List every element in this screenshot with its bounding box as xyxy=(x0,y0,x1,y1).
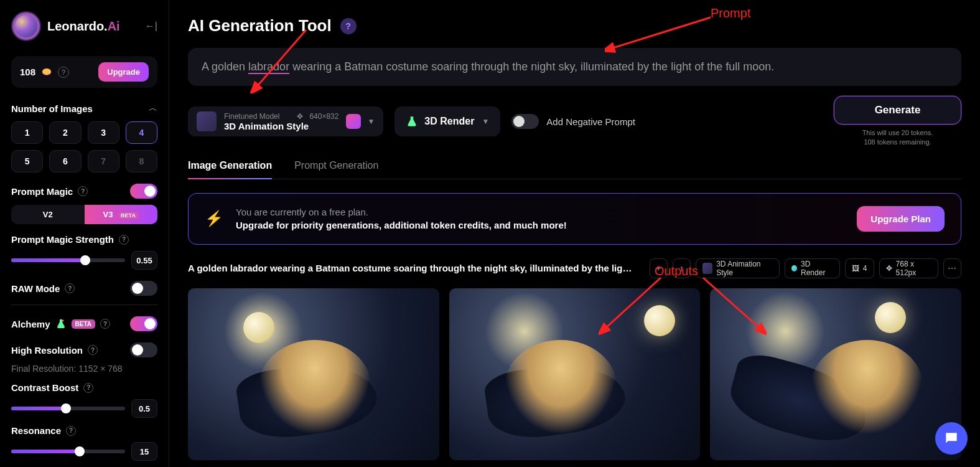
tab-image-generation[interactable]: Image Generation xyxy=(188,160,272,179)
contrast-boost-label: Contrast Boost? xyxy=(11,382,157,393)
prompt-magic-row: Prompt Magic? xyxy=(11,184,157,199)
model-select[interactable]: Finetuned Model ✥640×832 3D Animation St… xyxy=(188,106,383,136)
negative-prompt-row: Add Negative Prompt xyxy=(511,114,635,129)
model-name: 3D Animation Style xyxy=(224,121,338,131)
help-icon[interactable]: ? xyxy=(83,383,93,393)
controls-row: Finetuned Model ✥640×832 3D Animation St… xyxy=(188,96,961,148)
style-select[interactable]: 3D Render ▼ xyxy=(394,106,500,136)
upload-icon[interactable]: ↑ xyxy=(673,258,691,278)
high-res-row: High Resolution? xyxy=(11,342,157,357)
prompt-magic-v3[interactable]: V3 BETA xyxy=(85,205,158,224)
help-icon[interactable]: ? xyxy=(88,345,98,355)
num-btn-7: 7 xyxy=(88,150,119,172)
beta-badge: BETA xyxy=(72,319,95,329)
chip-count[interactable]: 🖼4 xyxy=(845,258,874,278)
negative-prompt-label: Add Negative Prompt xyxy=(546,116,635,127)
contrast-boost-value: 0.5 xyxy=(131,399,157,418)
svg-point-2 xyxy=(62,320,63,322)
generate-column: Generate This will use 20 tokens. 108 to… xyxy=(834,96,961,148)
help-icon[interactable]: ? xyxy=(119,235,129,245)
credits-amount: 108 xyxy=(20,67,35,77)
high-res-toggle[interactable] xyxy=(130,342,157,357)
upgrade-button[interactable]: Upgrade xyxy=(98,62,149,82)
negative-prompt-toggle[interactable] xyxy=(511,114,539,129)
main: AI Generation Tool ? A golden labrador w… xyxy=(169,0,980,467)
num-btn-4[interactable]: 4 xyxy=(126,121,157,144)
result-header: A golden labrador wearing a Batman costu… xyxy=(188,258,961,278)
resonance-slider[interactable]: 15 xyxy=(11,442,157,461)
num-btn-8: 8 xyxy=(126,150,157,172)
result-actions: ＋ ↑ 3D Animation Style 3D Render 🖼4 ✥768… xyxy=(650,258,961,278)
chat-bubble[interactable] xyxy=(935,422,968,455)
model-thumbnail xyxy=(197,111,217,131)
raw-mode-toggle[interactable] xyxy=(130,281,157,296)
model-settings-icon[interactable] xyxy=(346,114,361,129)
divider xyxy=(11,304,157,305)
help-icon[interactable]: ? xyxy=(100,319,110,329)
num-btn-5[interactable]: 5 xyxy=(11,150,43,172)
raw-mode-row: RAW Mode? xyxy=(11,281,157,296)
brand: Leonardo.Ai ←| xyxy=(11,11,157,41)
banner-line1: You are currently on a free plan. xyxy=(236,207,844,217)
upgrade-banner: ⚡ You are currently on a free plan. Upgr… xyxy=(188,193,961,245)
brand-name: Leonardo.Ai xyxy=(47,19,120,34)
chevron-up-icon: ︿ xyxy=(149,103,157,114)
final-resolution: Final Resolution: 1152 × 768 xyxy=(11,364,157,374)
prompt-text: A golden labrador wearing a Batman costu… xyxy=(202,60,774,74)
token-info: This will use 20 tokens. 108 tokens rema… xyxy=(862,128,933,148)
help-icon[interactable]: ? xyxy=(66,426,76,436)
more-icon[interactable]: ⋯ xyxy=(943,258,961,278)
brand-text-main: Leonardo. xyxy=(47,19,108,33)
help-icon[interactable]: ? xyxy=(58,67,69,78)
prompt-magic-strength-slider[interactable]: 0.55 xyxy=(11,251,157,270)
chip-style[interactable]: 3D Render xyxy=(785,258,840,278)
svg-point-1 xyxy=(42,68,51,75)
prompt-magic-v2[interactable]: V2 xyxy=(11,205,85,224)
collapse-sidebar-icon[interactable]: ←| xyxy=(145,21,157,32)
banner-line2: Upgrade for priority generations, additi… xyxy=(236,220,844,230)
tab-prompt-generation[interactable]: Prompt Generation xyxy=(294,160,378,179)
raw-mode-label: RAW Mode? xyxy=(11,283,75,294)
sidebar: Leonardo.Ai ←| 108 ? Upgrade Number of I… xyxy=(0,0,169,467)
num-btn-2[interactable]: 2 xyxy=(49,121,81,144)
resonance-label: Resonance? xyxy=(11,425,157,436)
high-res-label: High Resolution? xyxy=(11,345,98,356)
model-label: Finetuned Model ✥640×832 xyxy=(224,112,338,121)
contrast-boost-slider[interactable]: 0.5 xyxy=(11,399,157,418)
add-icon[interactable]: ＋ xyxy=(650,258,668,278)
help-badge[interactable]: ? xyxy=(340,18,357,34)
generate-button[interactable]: Generate xyxy=(834,96,961,125)
output-image-3[interactable] xyxy=(710,288,961,460)
chip-dimensions[interactable]: ✥768 x 512px xyxy=(879,258,938,278)
brand-text-suffix: Ai xyxy=(108,19,120,33)
gallery xyxy=(188,288,961,460)
help-icon[interactable]: ? xyxy=(65,283,75,293)
resonance-value: 15 xyxy=(131,442,157,461)
style-name: 3D Render xyxy=(424,116,475,127)
prompt-input[interactable]: A golden labrador wearing a Batman costu… xyxy=(188,48,961,86)
page-title: AI Generation Tool xyxy=(188,16,332,35)
prompt-magic-strength-value: 0.55 xyxy=(131,251,157,270)
prompt-magic-strength-label: Prompt Magic Strength? xyxy=(11,234,157,245)
output-image-2[interactable] xyxy=(449,288,701,460)
tabs: Image Generation Prompt Generation xyxy=(188,160,961,179)
result-prompt: A golden labrador wearing a Batman costu… xyxy=(188,263,635,273)
chevron-down-icon: ▼ xyxy=(367,117,375,126)
alchemy-toggle[interactable] xyxy=(130,316,157,331)
num-btn-6[interactable]: 6 xyxy=(49,150,81,172)
prompt-magic-version: V2 V3 BETA xyxy=(11,205,157,224)
expand-icon: ✥ xyxy=(886,264,892,273)
num-btn-3[interactable]: 3 xyxy=(88,121,119,144)
help-icon[interactable]: ? xyxy=(78,186,88,196)
upgrade-plan-button[interactable]: Upgrade Plan xyxy=(857,206,945,232)
flask-icon xyxy=(406,115,418,128)
lightning-icon: ⚡ xyxy=(205,210,223,227)
prompt-magic-toggle[interactable] xyxy=(130,184,157,199)
num-images-title: Number of Images xyxy=(11,103,93,114)
output-image-1[interactable] xyxy=(188,288,439,460)
page-title-row: AI Generation Tool ? xyxy=(188,16,961,35)
chip-model[interactable]: 3D Animation Style xyxy=(696,258,780,278)
image-icon: 🖼 xyxy=(852,264,859,273)
num-images-header[interactable]: Number of Images ︿ xyxy=(11,103,157,114)
num-btn-1[interactable]: 1 xyxy=(11,121,43,144)
